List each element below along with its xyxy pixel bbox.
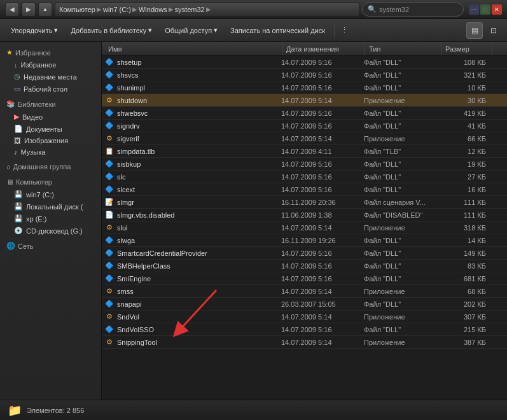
table-row[interactable]: 🔷 slc 14.07.2009 5:16 Файл "DLL" 27 КБ <box>102 171 507 183</box>
breadcrumb-item-system32[interactable]: system32 <box>175 6 205 13</box>
table-row[interactable]: 🔷 shsvcs 14.07.2009 5:16 Файл "DLL" 321 … <box>102 69 507 81</box>
file-date: 14.07.2009 5:14 <box>281 313 364 321</box>
table-row[interactable]: ⚙ smss 14.07.2009 5:14 Приложение 68 КБ <box>102 285 507 298</box>
sidebar-item-music[interactable]: ♪ Музыка <box>0 146 101 158</box>
favorites-header[interactable]: ★ Избранное <box>0 46 101 59</box>
more-button[interactable]: ⋮ <box>338 22 351 39</box>
col-header-name[interactable]: Имя <box>104 42 282 55</box>
add-to-library-button[interactable]: Добавить в библиотеку ▾ <box>65 22 158 39</box>
back-button[interactable]: ◀ <box>5 3 19 17</box>
sidebar-item-documents[interactable]: 📄 Документы <box>0 123 101 135</box>
table-row[interactable]: 🔷 slcext 14.07.2009 5:16 Файл "DLL" 16 К… <box>102 183 507 196</box>
file-date: 14.07.2009 5:14 <box>281 288 364 295</box>
file-size: 27 КБ <box>440 173 491 181</box>
share-button[interactable]: Общий доступ ▾ <box>159 22 223 39</box>
file-name: slui <box>117 224 281 232</box>
col-header-date[interactable]: Дата изменения <box>282 42 365 55</box>
file-list-header: Имя Дата изменения Тип Размер <box>102 42 507 56</box>
table-row[interactable]: ⚙ slui 14.07.2009 5:14 Приложение 318 КБ <box>102 221 507 234</box>
item-count: Элементов: 2 856 <box>27 407 84 414</box>
sidebar-item-images[interactable]: 🖼 Изображения <box>0 135 101 146</box>
file-type-icon: 🔷 <box>104 299 115 309</box>
hdd-win7-icon: 💾 <box>14 190 23 199</box>
network-section: 🌐 Сеть <box>0 239 101 253</box>
homegroup-icon: ⌂ <box>6 163 11 171</box>
file-date: 14.07.2009 5:16 <box>281 160 364 168</box>
table-row[interactable]: 🔷 sisbkup 14.07.2009 5:16 Файл "DLL" 19 … <box>102 158 507 171</box>
col-header-type[interactable]: Тип <box>365 42 441 55</box>
table-row[interactable]: 🔷 shwebsvc 14.07.2009 5:16 Файл "DLL" 41… <box>102 107 507 120</box>
table-row[interactable]: 🔷 SndVolSSO 14.07.2009 5:16 Файл "DLL" 2… <box>102 323 507 336</box>
file-list[interactable]: 🔷 shsetup 14.07.2009 5:16 Файл "DLL" 108… <box>102 56 507 400</box>
file-size: 321 КБ <box>440 71 491 79</box>
file-size: 307 КБ <box>440 313 491 321</box>
table-row[interactable]: ⚙ shutdown 14.07.2009 5:14 Приложение 30… <box>102 94 507 107</box>
sidebar-item-local-disk[interactable]: 💾 Локальный диск ( <box>0 200 101 213</box>
file-type-icon: 🔷 <box>104 57 115 67</box>
table-row[interactable]: 🔷 slwga 16.11.2009 19:26 Файл "DLL" 14 К… <box>102 234 507 247</box>
table-row[interactable]: 🔷 signdrv 14.07.2009 5:16 Файл "DLL" 41 … <box>102 120 507 132</box>
table-row[interactable]: 📄 slmgr.vbs.disabled 11.06.2009 1:38 Фай… <box>102 209 507 221</box>
organize-button[interactable]: Упорядочить ▾ <box>5 22 64 39</box>
sidebar-item-xp[interactable]: 💾 xp (E:) <box>0 213 101 225</box>
file-type-icon: ⚙ <box>104 95 115 106</box>
file-size: 108 КБ <box>440 59 491 66</box>
breadcrumb-item-win7[interactable]: win7 (C:) <box>103 6 131 13</box>
breadcrumb-item-computer[interactable]: Компьютер <box>59 6 95 13</box>
computer-header[interactable]: 🖥 Компьютер <box>0 176 101 188</box>
search-box[interactable]: 🔍 system32 <box>362 3 464 17</box>
table-row[interactable]: 🔷 SmartcardCredentialProvider 14.07.2009… <box>102 247 507 260</box>
breadcrumb-bar[interactable]: Компьютер ▶ win7 (C:) ▶ Windows ▶ system… <box>55 3 359 17</box>
maximize-button[interactable]: □ <box>480 4 490 15</box>
file-type: Файл "DLL" <box>364 160 440 168</box>
table-row[interactable]: 🔷 snapapi 26.03.2007 15:05 Файл "DLL" 20… <box>102 298 507 311</box>
table-row[interactable]: 📝 slmgr 16.11.2009 20:36 Файл сценария V… <box>102 196 507 209</box>
close-button[interactable]: ✕ <box>492 4 502 15</box>
view-details-button[interactable]: ⊡ <box>485 22 502 39</box>
file-type-icon: 🔷 <box>104 325 115 335</box>
table-row[interactable]: 🔷 shsetup 14.07.2009 5:16 Файл "DLL" 108… <box>102 56 507 69</box>
file-type: Файл "DLL" <box>364 59 440 66</box>
music-icon: ♪ <box>14 148 18 156</box>
network-header[interactable]: 🌐 Сеть <box>0 239 101 253</box>
file-type: Файл "DLL" <box>364 237 440 244</box>
col-header-size[interactable]: Размер <box>441 42 492 55</box>
breadcrumb-item-windows[interactable]: Windows <box>139 6 167 13</box>
table-row[interactable]: ⚙ SnippingTool 14.07.2009 5:14 Приложени… <box>102 336 507 349</box>
file-type: Файл "DLL" <box>364 275 440 283</box>
file-date: 14.07.2009 5:14 <box>281 135 364 143</box>
sidebar-item-win7[interactable]: 💾 win7 (C:) <box>0 188 101 200</box>
search-text: system32 <box>379 6 409 13</box>
computer-icon: 🖥 <box>6 178 13 186</box>
table-row[interactable]: 🔷 SmiEngine 14.07.2009 5:16 Файл "DLL" 6… <box>102 272 507 285</box>
file-name: SMBHelperClass <box>117 262 281 270</box>
homegroup-section: ⌂ Домашняя группа <box>0 160 101 173</box>
file-name: SndVolSSO <box>117 326 281 333</box>
organize-label: Упорядочить <box>11 27 52 34</box>
view-list-button[interactable]: ▤ <box>466 22 483 39</box>
homegroup-header[interactable]: ⌂ Домашняя группа <box>0 160 101 173</box>
libraries-header[interactable]: 📚 Библиотеки <box>0 97 101 111</box>
sidebar-item-video[interactable]: ▶ Видео <box>0 111 101 123</box>
table-row[interactable]: 📋 simpdata.tlb 14.07.2009 4:11 Файл "TLB… <box>102 145 507 158</box>
file-type-icon: ⚙ <box>104 223 115 233</box>
up-button[interactable]: ▲ <box>38 3 52 17</box>
file-date: 14.07.2009 5:16 <box>281 109 364 117</box>
table-row[interactable]: ⚙ sigverif 14.07.2009 5:14 Приложение 66… <box>102 132 507 145</box>
sidebar-item-recent[interactable]: ◷ Недавние места <box>0 71 101 83</box>
forward-button[interactable]: ▶ <box>22 3 36 17</box>
desktop-icon: ▭ <box>14 85 20 93</box>
sidebar-item-downloads[interactable]: ↓ Избранное <box>0 59 101 71</box>
minimize-button[interactable]: — <box>469 4 479 15</box>
sidebar-item-cd[interactable]: 💿 CD-дисковод (G:) <box>0 225 101 237</box>
file-name: shsetup <box>117 59 281 66</box>
library-icon: 📚 <box>6 100 15 108</box>
burn-button[interactable]: Записать на оптический диск <box>225 22 331 39</box>
table-row[interactable]: ⚙ SndVol 14.07.2009 5:14 Приложение 307 … <box>102 311 507 323</box>
table-row[interactable]: 🔷 shunimpl 14.07.2009 5:16 Файл "DLL" 10… <box>102 81 507 94</box>
file-type: Файл "DLL" <box>364 300 440 308</box>
file-size: 14 КБ <box>440 237 491 244</box>
table-row[interactable]: 🔷 SMBHelperClass 14.07.2009 5:16 Файл "D… <box>102 260 507 272</box>
sidebar-item-desktop[interactable]: ▭ Рабочий стол <box>0 83 101 95</box>
file-name: simpdata.tlb <box>117 148 281 155</box>
